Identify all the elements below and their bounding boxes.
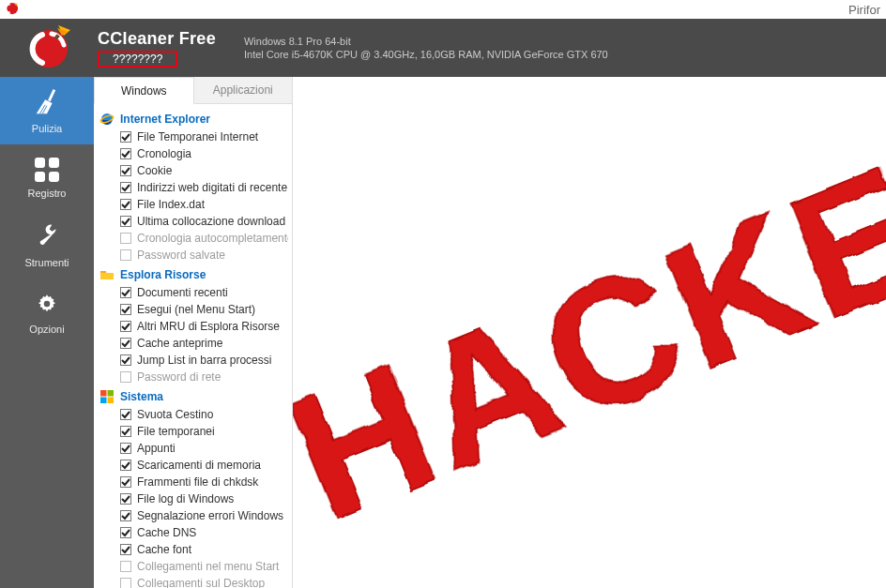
checkbox[interactable] [120, 426, 131, 437]
item-label: Segnalazione errori Windows [137, 509, 283, 522]
item-label: Cronologia [137, 147, 191, 160]
checkbox[interactable] [120, 354, 131, 366]
tab-applicazioni[interactable]: Applicazioni [194, 77, 293, 104]
list-item[interactable]: Ultima collocazione download [120, 213, 288, 230]
checkbox[interactable] [120, 182, 131, 193]
list-item[interactable]: Indirizzi web digitati di recente [120, 179, 288, 196]
item-label: Appunti [137, 442, 176, 455]
list-item[interactable]: Segnalazione errori Windows [120, 507, 288, 524]
checkbox[interactable] [120, 216, 131, 227]
checkbox[interactable] [120, 233, 131, 244]
sidebar-item-label: Strumenti [24, 257, 69, 268]
checkbox[interactable] [120, 409, 131, 420]
list-item[interactable]: Esegui (nel Menu Start) [120, 301, 288, 318]
hacked-stamp: HACKED [293, 84, 886, 548]
sidebar-item-label: Opzioni [29, 324, 64, 335]
item-label: Password salvate [137, 249, 225, 262]
item-label: Esegui (nel Menu Start) [137, 303, 255, 316]
checkbox[interactable] [120, 338, 131, 349]
list-item[interactable]: File Index.dat [120, 196, 288, 213]
item-label: File temporanei [137, 425, 215, 438]
item-label: Cache font [137, 543, 191, 556]
checkbox[interactable] [120, 148, 131, 159]
svg-rect-6 [48, 89, 55, 101]
sidebar-item-pulizia[interactable]: Pulizia [0, 77, 94, 144]
list-item[interactable]: Scaricamenti di memoria [120, 457, 288, 474]
item-label: Cronologia autocompletamento mo [137, 232, 288, 245]
checkbox[interactable] [120, 510, 131, 521]
version-box: ???????? [98, 51, 177, 68]
vendor-label: Pirifor [848, 3, 880, 17]
main-area: HACKED [293, 77, 886, 588]
list-item[interactable]: Jump List in barra processi [120, 352, 288, 369]
list-item[interactable]: Cronologia [120, 145, 288, 162]
group-header[interactable]: Internet Explorer [99, 110, 288, 128]
checkbox[interactable] [120, 199, 131, 210]
list-item[interactable]: Appunti [120, 440, 288, 457]
windows-icon [99, 389, 115, 404]
group-header[interactable]: Esplora Risorse [99, 265, 288, 284]
checkbox[interactable] [120, 131, 131, 143]
list-item[interactable]: Svuota Cestino [120, 406, 288, 423]
group-header[interactable]: Sistema [99, 387, 288, 406]
checkbox[interactable] [120, 527, 131, 538]
hw-line: Intel Core i5-4670K CPU @ 3.40GHz, 16,0G… [244, 48, 608, 61]
app-logo-icon [26, 24, 71, 72]
checkbox[interactable] [120, 476, 131, 488]
item-label: File Index.dat [137, 198, 205, 211]
sidebar-item-opzioni[interactable]: Opzioni [0, 279, 94, 347]
item-label: Collegamenti nel menu Start [137, 560, 279, 573]
list-item[interactable]: File log di Windows [120, 490, 288, 507]
ie-icon [99, 112, 115, 127]
item-label: Indirizzi web digitati di recente [137, 181, 287, 194]
list-item[interactable]: Cookie [120, 162, 288, 179]
broom-icon [33, 87, 61, 123]
list-item[interactable]: Cronologia autocompletamento mo [120, 230, 288, 247]
item-label: Cache anteprime [137, 337, 222, 350]
list-item[interactable]: Documenti recenti [120, 284, 288, 301]
list-item[interactable]: File Temporanei Internet [120, 128, 288, 145]
svg-rect-13 [100, 390, 107, 397]
list-item[interactable]: Cache DNS [120, 524, 288, 541]
list-item[interactable]: Altri MRU di Esplora Risorse [120, 318, 288, 335]
list-item[interactable]: Password di rete [120, 369, 288, 385]
checkbox[interactable] [120, 544, 131, 555]
svg-rect-15 [100, 398, 107, 404]
checkbox[interactable] [120, 443, 131, 454]
checkbox[interactable] [120, 578, 131, 588]
svg-rect-14 [108, 390, 115, 397]
sidebar-item-strumenti[interactable]: Strumenti [0, 212, 94, 279]
list-item[interactable]: Cache font [120, 541, 288, 558]
checkbox[interactable] [120, 371, 131, 383]
sidebar-item-registro[interactable]: Registro [0, 144, 94, 212]
item-label: Cookie [137, 164, 172, 177]
item-label: Documenti recenti [137, 286, 228, 299]
sidebar: Pulizia Registro Strumenti Op [0, 77, 94, 588]
checkbox[interactable] [120, 165, 131, 176]
sidebar-item-label: Pulizia [32, 123, 62, 134]
folder-icon [99, 267, 115, 282]
list-item[interactable]: Collegamenti nel menu Start [120, 558, 288, 575]
item-label: Password di rete [137, 370, 221, 384]
list-item[interactable]: Frammenti file di chkdsk [120, 474, 288, 490]
checkbox[interactable] [120, 460, 131, 471]
item-label: Cache DNS [137, 526, 196, 539]
checkbox[interactable] [120, 249, 131, 261]
svg-point-9 [44, 301, 51, 308]
app-small-icon [6, 2, 19, 18]
checkbox[interactable] [120, 304, 131, 315]
sidebar-item-label: Registro [28, 188, 67, 199]
list-item[interactable]: Collegamenti sul Desktop [120, 575, 288, 588]
checkbox[interactable] [120, 493, 131, 505]
item-label: Frammenti file di chkdsk [137, 475, 258, 489]
checkbox[interactable] [120, 561, 131, 572]
list-item[interactable]: File temporanei [120, 423, 288, 440]
checkbox[interactable] [120, 287, 131, 298]
item-label: Svuota Cestino [137, 408, 213, 421]
list-item[interactable]: Password salvate [120, 247, 288, 264]
tabs: Windows Applicazioni [94, 77, 292, 104]
checkbox[interactable] [120, 321, 131, 332]
item-label: Jump List in barra processi [137, 354, 271, 367]
tab-windows[interactable]: Windows [94, 77, 194, 104]
list-item[interactable]: Cache anteprime [120, 335, 288, 352]
